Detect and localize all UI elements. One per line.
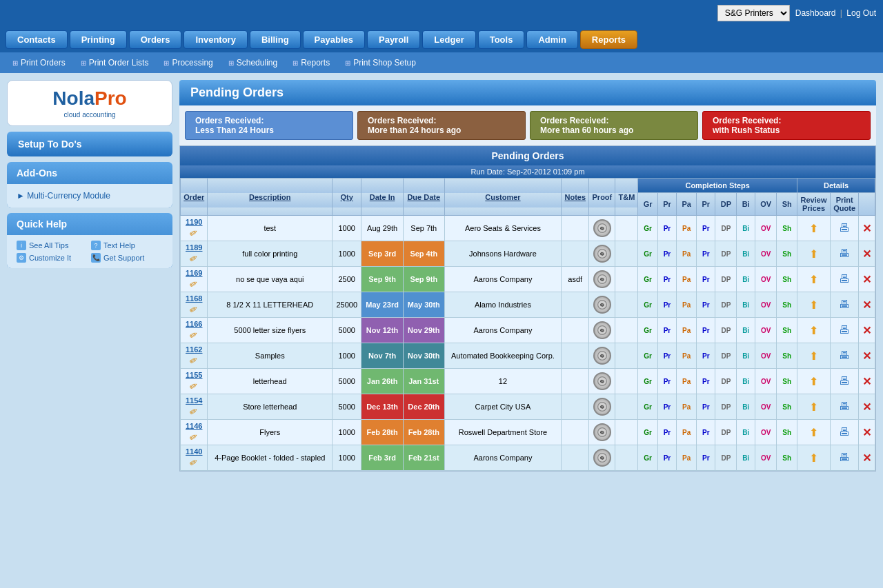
delete-icon[interactable]: ✕ bbox=[862, 247, 871, 261]
step-ov-btn[interactable]: OV bbox=[759, 250, 773, 258]
gr-cell[interactable]: Gr bbox=[638, 394, 657, 420]
ov-cell[interactable]: OV bbox=[755, 445, 776, 471]
pr-cell[interactable]: Pr bbox=[657, 369, 676, 394]
bi-cell[interactable]: Bi bbox=[737, 292, 755, 318]
order-link[interactable]: 1166 bbox=[186, 320, 202, 328]
nav-inventory[interactable]: Inventory bbox=[183, 30, 248, 49]
addons-multi-currency[interactable]: ► Multi-Currency Module bbox=[17, 190, 163, 202]
delete-cell[interactable]: ✕ bbox=[859, 292, 875, 318]
step-ov-btn[interactable]: OV bbox=[759, 301, 773, 310]
company-select[interactable]: S&G Printers bbox=[717, 5, 790, 21]
nav-payroll[interactable]: Payroll bbox=[367, 30, 420, 49]
print-icon[interactable]: 🖶 bbox=[839, 452, 850, 464]
sh-cell[interactable]: Sh bbox=[777, 318, 797, 343]
step-bi-btn[interactable]: Bi bbox=[740, 301, 751, 310]
delete-cell[interactable]: ✕ bbox=[859, 343, 875, 369]
step-pr-btn[interactable]: Pr bbox=[662, 352, 673, 361]
bi-cell[interactable]: Bi bbox=[737, 216, 755, 241]
print-icon[interactable]: 🖶 bbox=[839, 298, 850, 311]
step-gr-btn[interactable]: Gr bbox=[642, 454, 654, 463]
pr2-cell[interactable]: Pr bbox=[697, 267, 715, 292]
print-quote-cell[interactable]: 🖶 bbox=[830, 241, 858, 267]
step-sh-btn[interactable]: Sh bbox=[780, 301, 793, 310]
print-quote-cell[interactable]: 🖶 bbox=[830, 394, 858, 420]
nav-tools[interactable]: Tools bbox=[478, 30, 525, 49]
delete-icon[interactable]: ✕ bbox=[862, 298, 871, 312]
sh-cell[interactable]: Sh bbox=[777, 216, 797, 241]
order-link[interactable]: 1155 bbox=[186, 371, 202, 379]
sub-nav-print-order-lists[interactable]: ⊞ Print Order Lists bbox=[74, 56, 156, 70]
upload-icon[interactable]: ⬆ bbox=[809, 222, 818, 235]
step-ov-btn[interactable]: OV bbox=[759, 326, 773, 335]
step-dp-btn[interactable]: DP bbox=[719, 224, 733, 233]
delete-cell[interactable]: ✕ bbox=[859, 394, 875, 420]
dp-cell[interactable]: DP bbox=[715, 318, 737, 343]
print-icon[interactable]: 🖶 bbox=[839, 222, 850, 234]
upload-icon[interactable]: ⬆ bbox=[809, 324, 818, 337]
nav-admin[interactable]: Admin bbox=[526, 30, 577, 49]
pa-cell[interactable]: Pa bbox=[677, 318, 697, 343]
step-ov-btn[interactable]: OV bbox=[759, 403, 773, 412]
order-link[interactable]: 1140 bbox=[186, 447, 202, 456]
pa-cell[interactable]: Pa bbox=[677, 394, 697, 420]
logout-link[interactable]: Log Out bbox=[846, 8, 876, 18]
step-sh-btn[interactable]: Sh bbox=[780, 403, 793, 412]
pr2-cell[interactable]: Pr bbox=[697, 292, 715, 318]
ov-cell[interactable]: OV bbox=[755, 267, 776, 292]
step-pr2-btn[interactable]: Pr bbox=[700, 428, 712, 437]
dp-cell[interactable]: DP bbox=[715, 216, 737, 241]
bi-cell[interactable]: Bi bbox=[737, 343, 755, 369]
step-gr-btn[interactable]: Gr bbox=[642, 377, 654, 386]
step-ov-btn[interactable]: OV bbox=[759, 352, 773, 361]
print-icon[interactable]: 🖶 bbox=[839, 426, 850, 438]
print-quote-cell[interactable]: 🖶 bbox=[830, 216, 858, 241]
pr2-cell[interactable]: Pr bbox=[697, 343, 715, 369]
bi-cell[interactable]: Bi bbox=[737, 369, 755, 394]
bi-cell[interactable]: Bi bbox=[737, 241, 755, 267]
upload-icon[interactable]: ⬆ bbox=[809, 247, 818, 261]
proof-icon[interactable] bbox=[593, 321, 611, 339]
ov-cell[interactable]: OV bbox=[755, 292, 776, 318]
print-quote-cell[interactable]: 🖶 bbox=[830, 369, 858, 394]
ov-cell[interactable]: OV bbox=[755, 420, 776, 445]
order-link[interactable]: 1162 bbox=[186, 345, 202, 354]
review-prices-cell[interactable]: ⬆ bbox=[797, 343, 831, 369]
step-gr-btn[interactable]: Gr bbox=[642, 403, 654, 412]
dp-cell[interactable]: DP bbox=[715, 369, 737, 394]
proof-icon[interactable] bbox=[593, 449, 611, 467]
print-quote-cell[interactable]: 🖶 bbox=[830, 445, 858, 471]
pa-cell[interactable]: Pa bbox=[677, 216, 697, 241]
delete-cell[interactable]: ✕ bbox=[859, 216, 875, 241]
step-gr-btn[interactable]: Gr bbox=[642, 275, 654, 284]
proof-icon[interactable] bbox=[593, 219, 611, 237]
ov-cell[interactable]: OV bbox=[755, 216, 776, 241]
step-ov-btn[interactable]: OV bbox=[759, 454, 773, 463]
bi-cell[interactable]: Bi bbox=[737, 267, 755, 292]
pa-cell[interactable]: Pa bbox=[677, 267, 697, 292]
order-link[interactable]: 1146 bbox=[186, 422, 202, 430]
step-bi-btn[interactable]: Bi bbox=[740, 250, 751, 258]
step-bi-btn[interactable]: Bi bbox=[740, 428, 751, 437]
delete-icon[interactable]: ✕ bbox=[862, 426, 871, 439]
print-icon[interactable]: 🖶 bbox=[839, 401, 850, 413]
step-pr-btn[interactable]: Pr bbox=[662, 275, 673, 284]
review-prices-cell[interactable]: ⬆ bbox=[797, 241, 831, 267]
gr-cell[interactable]: Gr bbox=[638, 216, 657, 241]
nav-billing[interactable]: Billing bbox=[250, 30, 301, 49]
qh-see-all-tips[interactable]: i See All Tips bbox=[17, 241, 88, 250]
proof-icon[interactable] bbox=[593, 347, 611, 365]
upload-icon[interactable]: ⬆ bbox=[809, 426, 818, 439]
pr-cell[interactable]: Pr bbox=[657, 292, 676, 318]
step-dp-btn[interactable]: DP bbox=[719, 352, 733, 361]
step-dp-btn[interactable]: DP bbox=[719, 326, 733, 335]
step-gr-btn[interactable]: Gr bbox=[642, 428, 654, 437]
step-pr-btn[interactable]: Pr bbox=[662, 454, 673, 463]
pr2-cell[interactable]: Pr bbox=[697, 369, 715, 394]
delete-cell[interactable]: ✕ bbox=[859, 445, 875, 471]
pr2-cell[interactable]: Pr bbox=[697, 318, 715, 343]
proof-icon[interactable] bbox=[593, 423, 611, 441]
dp-cell[interactable]: DP bbox=[715, 241, 737, 267]
step-sh-btn[interactable]: Sh bbox=[780, 454, 793, 463]
step-pr2-btn[interactable]: Pr bbox=[700, 275, 712, 284]
upload-icon[interactable]: ⬆ bbox=[809, 349, 818, 363]
